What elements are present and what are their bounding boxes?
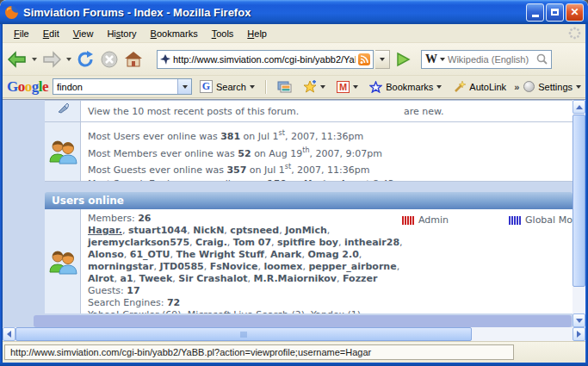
member-link[interactable]: FsNovice [210,261,258,272]
google-toolbar: Google G Search M [0,76,588,98]
member-link[interactable]: JonMich [285,225,327,236]
forward-button[interactable] [40,47,64,72]
member-link[interactable]: Fozzer [343,273,377,284]
google-bookmarks-button[interactable]: Bookmarks [366,79,445,95]
member-link[interactable]: stuart1044 [128,225,187,236]
chevron-down-icon[interactable] [250,85,255,89]
member-link[interactable]: loomex [264,261,303,272]
member-link[interactable]: Omag 2.0 [307,249,358,260]
chevron-down-icon[interactable] [436,85,442,89]
settings-button[interactable]: Settings [523,81,581,92]
star-plus-button[interactable] [300,78,329,95]
back-dropdown[interactable] [32,58,37,61]
web-search-input[interactable] [448,54,534,65]
site-favicon-icon [160,54,170,65]
member-link[interactable]: Alrot [88,273,115,284]
search-engine-dropdown[interactable] [440,58,445,61]
photo-card-button[interactable] [274,79,295,95]
forward-icon [41,51,62,68]
google-logo: Google [7,78,48,96]
horizontal-scroll-thumb[interactable] [15,327,472,341]
home-button[interactable] [122,47,145,72]
member-link[interactable]: 61_OTU [130,249,170,260]
scroll-down-button[interactable] [573,313,585,327]
member-link[interactable]: Tom 07 [233,237,271,248]
scroll-up-button[interactable] [573,100,585,114]
menu-item-help[interactable]: Help [240,26,274,41]
member-link[interactable]: Anark [270,249,302,260]
member-link[interactable]: spitfire boy [277,237,338,248]
legend-label: Admin [418,214,449,226]
google-search-history-dropdown[interactable] [177,79,191,94]
menu-item-history[interactable]: History [100,26,143,41]
thumb-grip [241,332,247,338]
member-link[interactable]: Alonso [88,249,124,260]
scroll-left-button[interactable] [3,327,15,341]
role-bars-icon [509,216,521,225]
menu-item-view[interactable]: View [66,26,101,41]
back-icon [7,51,28,68]
member-link[interactable]: pepper_airborne [308,261,396,272]
toolbar-resize-handle[interactable] [265,80,267,94]
recent-posts-text[interactable]: View the 10 most recent posts of this fo… [88,106,299,117]
chevron-down-icon[interactable] [320,85,325,89]
member-link[interactable]: morningstar [88,261,153,272]
member-link[interactable]: cptsneed [230,225,279,236]
autolink-button[interactable]: AutoLink [449,78,510,95]
horizontal-scrollbar[interactable] [3,327,585,341]
maximize-button[interactable] [546,3,564,22]
forward-dropdown[interactable] [66,58,71,61]
vertical-scrollbar[interactable] [573,100,585,327]
member-link[interactable]: JTD0585 [159,261,203,272]
member-link[interactable]: intheair28 [344,237,399,248]
url-history-dropdown[interactable] [375,50,390,69]
go-button[interactable] [395,52,411,67]
member-link[interactable]: Hagar. [88,225,122,236]
member-link[interactable]: NickN [193,225,224,236]
toolbar-overflow-chevron[interactable]: » [514,82,519,92]
search-icon[interactable] [536,53,548,65]
users-online-section: Members: 26 Hagar., stuart1044, NickN, c… [45,209,573,313]
web-search-box: W [421,50,552,69]
member-link[interactable]: jeremyclarkson575 [88,237,189,248]
reload-button[interactable] [74,47,96,72]
menu-item-bookmarks[interactable]: Bookmarks [144,26,205,41]
stat-line: Most Guests ever online was 357 on Jul 1… [88,160,566,177]
wikipedia-engine-icon[interactable]: W [425,53,437,66]
autolink-label: AutoLink [469,82,506,92]
status-url-text: http://www.simviation.com/cgi-bin/yabb2/… [4,344,514,360]
back-button[interactable] [5,47,29,72]
members-count: 26 [138,213,151,224]
scroll-right-button[interactable] [573,327,585,341]
member-link[interactable]: Sir Crashalot [178,273,247,284]
role-legend: AdminGlobal Moderator [402,214,573,226]
menu-item-file[interactable]: File [7,26,36,41]
rss-feed-icon[interactable] [358,53,370,65]
member-link[interactable]: a1 [121,273,133,284]
address-bar [157,50,374,69]
gmail-button[interactable]: M [333,79,362,95]
url-input[interactable] [173,54,356,65]
menu-item-tools[interactable]: Tools [205,26,241,41]
members-label: Members: [88,213,135,224]
member-link[interactable]: The Wright Stuff [176,249,263,260]
role-bars-icon [402,216,414,225]
bookmark-star-icon [369,81,382,93]
go-icon [395,52,411,67]
recent-posts-row: View the 10 most recent posts of this fo… [45,100,573,122]
member-link[interactable]: M.R.Maiornikov [254,273,337,284]
close-button[interactable]: ✕ [566,3,584,22]
arrow-down-icon [576,319,583,323]
google-search-button[interactable]: G Search [196,78,258,95]
minimize-button[interactable] [526,3,544,22]
arrow-left-icon [7,331,11,338]
member-link[interactable]: Craig. [195,237,227,248]
stat-line: Most Search Engines ever online was 150 … [88,177,566,181]
member-link[interactable]: Tweek [139,273,173,284]
recent-posts-icon-cell [45,101,81,121]
chevron-down-icon[interactable] [353,85,358,89]
google-search-input[interactable] [53,79,177,94]
menu-item-edit[interactable]: Edit [36,26,66,41]
stop-button[interactable] [98,47,121,72]
vertical-scroll-thumb[interactable] [573,115,585,287]
